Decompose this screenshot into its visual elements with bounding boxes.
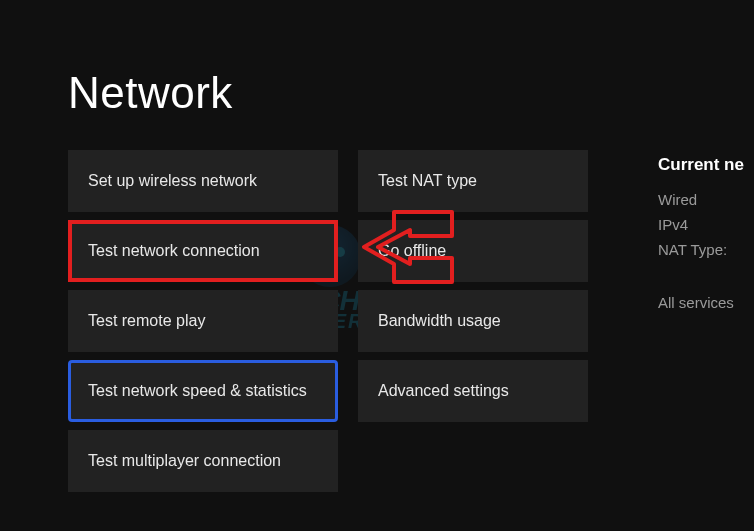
menu-item-test-nat-type[interactable]: Test NAT type — [358, 150, 588, 212]
menu-item-label: Test network speed & statistics — [88, 382, 307, 400]
menu-item-label: Bandwidth usage — [378, 312, 501, 330]
network-status-panel: Current ne Wired IPv4 NAT Type: All serv… — [658, 155, 754, 319]
menu-item-label: Test multiplayer connection — [88, 452, 281, 470]
menu-item-label: Set up wireless network — [88, 172, 257, 190]
status-heading: Current ne — [658, 155, 754, 175]
menu-item-label: Advanced settings — [378, 382, 509, 400]
status-services: All services — [658, 294, 754, 311]
menu-item-label: Test network connection — [88, 242, 260, 260]
menu-item-go-offline[interactable]: Go offline — [358, 220, 588, 282]
status-connection-type: Wired — [658, 191, 754, 208]
menu-item-label: Test NAT type — [378, 172, 477, 190]
status-nat-type: NAT Type: — [658, 241, 754, 258]
page-title: Network — [68, 68, 233, 118]
menu-item-bandwidth-usage[interactable]: Bandwidth usage — [358, 290, 588, 352]
menu-item-test-multiplayer[interactable]: Test multiplayer connection — [68, 430, 338, 492]
status-ip-version: IPv4 — [658, 216, 754, 233]
menu-item-test-speed-statistics[interactable]: Test network speed & statistics — [68, 360, 338, 422]
menu-item-label: Go offline — [378, 242, 446, 260]
menu-item-setup-wireless[interactable]: Set up wireless network — [68, 150, 338, 212]
menu-item-test-connection[interactable]: Test network connection — [68, 220, 338, 282]
menu-item-label: Test remote play — [88, 312, 205, 330]
menu-item-test-remote-play[interactable]: Test remote play — [68, 290, 338, 352]
menu-column-right: Test NAT type Go offline Bandwidth usage… — [358, 150, 588, 492]
menu-item-advanced-settings[interactable]: Advanced settings — [358, 360, 588, 422]
menu-column-left: Set up wireless network Test network con… — [68, 150, 338, 492]
